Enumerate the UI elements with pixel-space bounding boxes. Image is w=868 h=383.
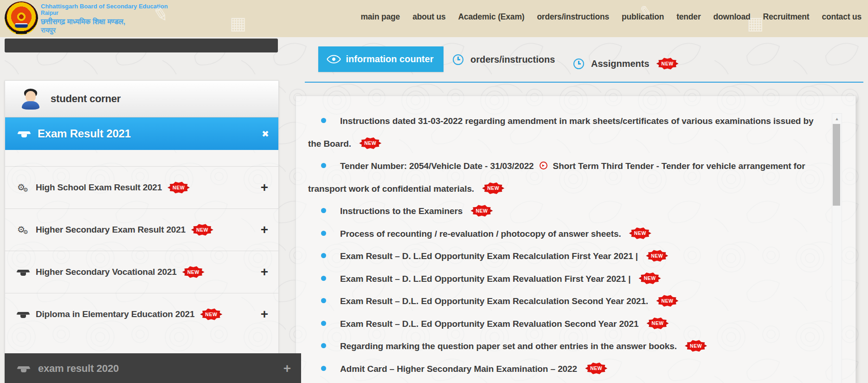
notice-item[interactable]: Exam Result – D.L. Ed Opportunity Exam R…	[308, 290, 823, 313]
nav-download[interactable]: download	[714, 12, 751, 22]
new-badge: NEW	[482, 182, 504, 194]
nav-contact-us[interactable]: contact us	[822, 12, 862, 22]
notice-item[interactable]: Process of recounting / re-evaluation / …	[308, 223, 823, 246]
bullet-icon	[321, 276, 326, 281]
tab-orders-instructions[interactable]: orders/instructions	[453, 52, 555, 66]
sidebar-item-higher-secondary-vocational-2021[interactable]: Higher Secondary Vocational 2021 NEW +	[5, 251, 278, 293]
org-name-hindi: छत्तीसगढ़ माध्यमिक शिक्षा मण्डल,	[41, 18, 168, 26]
new-badge: NEW	[656, 58, 679, 70]
nav-recruitment[interactable]: Recruitment	[763, 12, 810, 22]
tab-label: orders/instructions	[470, 54, 555, 65]
notice-item[interactable]: Exam Result – D.L. Ed Opportunity Exam R…	[308, 313, 823, 336]
scroll-up-arrow-icon[interactable]: ▲	[832, 117, 842, 121]
notice-item[interactable]: Exam Result – D. L.Ed Opportunity Exam R…	[308, 245, 823, 268]
bullet-icon	[321, 118, 326, 123]
nav-academic-exam[interactable]: Academic (Exam)	[458, 12, 524, 22]
eye-icon	[326, 52, 341, 67]
bullet-icon	[321, 343, 326, 348]
new-badge: NEW	[470, 205, 493, 217]
top-navigation: main page about us Academic (Exam) order…	[360, 0, 862, 33]
new-badge: NEW	[191, 224, 213, 236]
notice-item[interactable]: Admit Card – Higher Secondary Main Exami…	[308, 358, 823, 381]
nav-orders-instructions[interactable]: orders/instructions	[537, 12, 609, 22]
brand-block: Chhattisgarh Board of Secondary Educatio…	[41, 3, 168, 34]
sidebar-menu: ⚙ ⚙ High School Exam Result 2021 NEW + ⚙…	[5, 166, 278, 335]
student-avatar-icon	[20, 88, 41, 110]
nav-main-page[interactable]: main page	[360, 12, 400, 22]
notice-item[interactable]: Instructions dated 31-03-2022 regarding …	[308, 110, 823, 155]
notice-item[interactable]: Exam Result – D. L.Ed Opportunity Exam R…	[308, 268, 823, 291]
bullet-icon	[321, 298, 326, 303]
new-badge: NEW	[167, 182, 190, 194]
gears-icon: ⚙ ⚙	[17, 182, 29, 193]
arrow-circle-icon: ▸	[540, 162, 547, 169]
tab-label: information counter	[346, 54, 434, 65]
books-watermark-icon: ▦	[230, 13, 246, 33]
expand-plus-icon[interactable]: +	[283, 362, 291, 375]
org-city-hindi: रायपुर	[41, 26, 168, 34]
notice-item[interactable]: Instructions to the Examiners NEW	[308, 200, 823, 223]
new-badge: NEW	[656, 295, 678, 307]
sidebar-top-strip	[5, 39, 278, 52]
information-counter-panel: Instructions dated 31-03-2022 regarding …	[296, 96, 856, 383]
nav-publication[interactable]: publication	[622, 12, 664, 22]
student-corner-title: student corner	[51, 93, 121, 105]
graduation-cap-icon	[17, 268, 29, 276]
graduation-cap-icon	[18, 365, 30, 372]
graduation-cap-icon	[18, 130, 30, 137]
student-corner-sidebar: student corner Exam Result 2021 ✖ ⚙ ⚙ Hi…	[5, 80, 279, 383]
expand-plus-icon[interactable]: +	[261, 223, 268, 236]
tab-information-counter[interactable]: information counter	[318, 46, 444, 72]
new-badge: NEW	[646, 250, 668, 262]
org-name-english: Chhattisgarh Board of Secondary Educatio…	[41, 3, 168, 10]
new-badge: NEW	[647, 317, 669, 329]
bullet-icon	[321, 253, 326, 258]
bullet-icon	[321, 163, 326, 168]
sidebar-item-high-school-exam-result-2021[interactable]: ⚙ ⚙ High School Exam Result 2021 NEW +	[5, 166, 278, 208]
clock-icon	[573, 58, 584, 69]
new-badge: NEW	[182, 266, 205, 278]
new-badge: NEW	[685, 340, 707, 352]
sidebar-item-diploma-elementary-education-2021[interactable]: Diploma in Elementary Education 2021 NEW…	[5, 293, 278, 335]
new-badge: NEW	[585, 362, 607, 374]
sidebar-item-higher-secondary-exam-result-2021[interactable]: ⚙ ⚙ Higher Secondary Exam Result 2021 NE…	[5, 208, 278, 251]
content-scrollbar[interactable]: ▲	[832, 113, 842, 383]
clock-icon	[453, 54, 463, 65]
new-badge: NEW	[629, 227, 651, 239]
student-corner-header: student corner	[5, 81, 278, 117]
org-city-english: Raipur	[41, 10, 168, 17]
new-badge: NEW	[200, 308, 222, 320]
nav-tender[interactable]: tender	[676, 12, 701, 22]
tabs-underline	[305, 82, 863, 83]
new-badge: NEW	[359, 137, 381, 149]
graduation-cap-icon	[17, 311, 29, 318]
nav-about-us[interactable]: about us	[412, 12, 445, 22]
gears-icon: ⚙ ⚙	[17, 224, 29, 235]
notice-item[interactable]: Regarding marking the question paper set…	[308, 335, 823, 358]
site-header: ✎ ▦ ✎ ▦ Chhattisgarh Board of Secondary …	[0, 0, 868, 37]
new-badge: NEW	[639, 272, 661, 284]
bullet-icon	[321, 208, 326, 213]
sidebar-section-exam-result-2021[interactable]: Exam Result 2021 ✖	[5, 117, 278, 150]
notice-item[interactable]: Tender Number: 2054/Vehicle Date - 31/03…	[308, 155, 823, 200]
expand-plus-icon[interactable]: +	[261, 308, 268, 321]
notice-list: Instructions dated 31-03-2022 regarding …	[296, 96, 855, 380]
tab-assignments[interactable]: Assignments NEW	[573, 57, 679, 71]
tab-label: Assignments	[591, 58, 649, 69]
expand-plus-icon[interactable]: +	[261, 181, 268, 194]
bullet-icon	[321, 321, 326, 326]
active-section-label: Exam Result 2021	[38, 127, 131, 140]
cgbse-logo	[5, 1, 38, 35]
scrollbar-thumb[interactable]	[833, 124, 840, 206]
bullet-icon	[321, 231, 326, 236]
bullet-icon	[321, 366, 326, 371]
expand-plus-icon[interactable]: +	[261, 266, 268, 279]
close-icon[interactable]: ✖	[262, 129, 269, 139]
sidebar-section-exam-result-2020[interactable]: exam result 2020 +	[5, 353, 301, 383]
